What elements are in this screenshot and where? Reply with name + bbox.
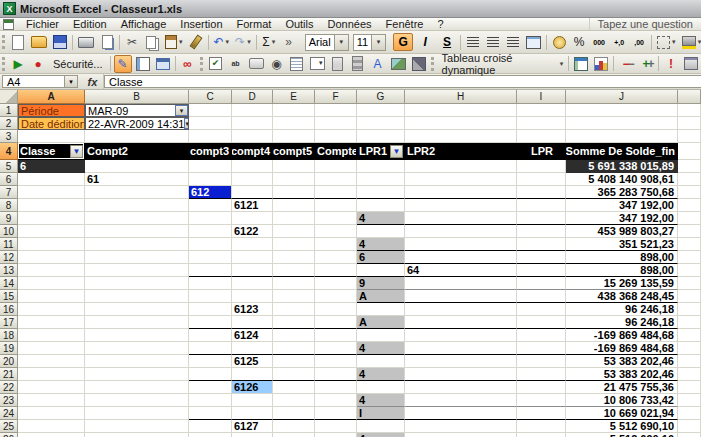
- question-box[interactable]: Tapez une question: [589, 18, 701, 30]
- cell-D26[interactable]: [232, 433, 273, 437]
- cell-G4[interactable]: LPR1▼: [357, 143, 405, 160]
- cell-D13[interactable]: [232, 264, 273, 277]
- cell-H14[interactable]: [405, 277, 517, 290]
- col-header-B[interactable]: B: [85, 90, 189, 104]
- cell-D3[interactable]: [232, 130, 273, 143]
- cell-K18[interactable]: [678, 329, 701, 342]
- cell-J13[interactable]: 898,00: [566, 264, 678, 277]
- cut-icon[interactable]: ✂: [123, 33, 141, 51]
- cell-C17[interactable]: [189, 316, 232, 329]
- cell-F22[interactable]: [315, 381, 357, 394]
- cell-H24[interactable]: [405, 407, 517, 420]
- cell-E14[interactable]: [273, 277, 315, 290]
- cell-H19[interactable]: [405, 342, 517, 355]
- cell-H17[interactable]: [405, 316, 517, 329]
- view-code-icon[interactable]: [154, 55, 172, 73]
- cell-I21[interactable]: [517, 368, 566, 381]
- align-right-icon[interactable]: [504, 33, 522, 51]
- col-header-E[interactable]: E: [273, 90, 315, 104]
- row-header-8[interactable]: 8: [0, 199, 18, 212]
- cell-E3[interactable]: [273, 130, 315, 143]
- cell-E8[interactable]: [273, 199, 315, 212]
- cell-C22[interactable]: [189, 381, 232, 394]
- cell-F18[interactable]: [315, 329, 357, 342]
- insert-function-button[interactable]: fx: [82, 74, 104, 89]
- cell-E26[interactable]: [273, 433, 315, 437]
- cell-A16[interactable]: [18, 303, 85, 316]
- cell-A17[interactable]: [18, 316, 85, 329]
- commandbutton-control-icon[interactable]: [247, 55, 266, 73]
- font-name-combo[interactable]: Arial ▾: [305, 34, 349, 51]
- fill-color-icon[interactable]: ▾: [680, 33, 701, 51]
- cell-H21[interactable]: [405, 368, 517, 381]
- cell-D16[interactable]: 6123: [232, 303, 273, 316]
- cell-H16[interactable]: [405, 303, 517, 316]
- decrease-decimal-icon[interactable]: ,00: [630, 33, 648, 51]
- show-detail-icon[interactable]: [637, 55, 655, 73]
- row-header-11[interactable]: 11: [0, 238, 18, 251]
- cell-E21[interactable]: [273, 368, 315, 381]
- cell-F7[interactable]: [315, 186, 357, 199]
- cell-A5[interactable]: 6: [18, 160, 85, 173]
- cell-J20[interactable]: 53 383 202,46: [566, 355, 678, 368]
- cell-D23[interactable]: [232, 394, 273, 407]
- properties-icon[interactable]: [134, 55, 152, 73]
- cell-E9[interactable]: [273, 212, 315, 225]
- cell-A21[interactable]: [18, 368, 85, 381]
- cell-E18[interactable]: [273, 329, 315, 342]
- toolbar-grip[interactable]: [2, 57, 5, 71]
- cell-I8[interactable]: [517, 199, 566, 212]
- cell-B11[interactable]: [85, 238, 189, 251]
- cell-D17[interactable]: [232, 316, 273, 329]
- cell-E11[interactable]: [273, 238, 315, 251]
- cell-E15[interactable]: [273, 290, 315, 303]
- cell-H7[interactable]: [405, 186, 517, 199]
- cell-E5[interactable]: [273, 160, 315, 173]
- cell-J4[interactable]: Somme De Solde_fin: [566, 143, 678, 160]
- cell-A6[interactable]: [18, 173, 85, 186]
- cell-C11[interactable]: [189, 238, 232, 251]
- cell-K13[interactable]: [678, 264, 701, 277]
- chevron-down-icon[interactable]: ▾: [334, 35, 348, 50]
- cell-D25[interactable]: 6127: [232, 420, 273, 433]
- spinbutton-control-icon[interactable]: [329, 55, 347, 73]
- cell-D11[interactable]: [232, 238, 273, 251]
- cell-K14[interactable]: [678, 277, 701, 290]
- cell-A18[interactable]: [18, 329, 85, 342]
- cell-J25[interactable]: 5 512 690,10: [566, 420, 678, 433]
- cell-K7[interactable]: [678, 186, 701, 199]
- cell-C5[interactable]: [189, 160, 232, 173]
- cell-C10[interactable]: [189, 225, 232, 238]
- cell-F8[interactable]: [315, 199, 357, 212]
- row-header-22[interactable]: 22: [0, 381, 18, 394]
- cell-D21[interactable]: [232, 368, 273, 381]
- cell-D20[interactable]: 6125: [232, 355, 273, 368]
- cell-B22[interactable]: [85, 381, 189, 394]
- cell-J21[interactable]: 53 383 202,46: [566, 368, 678, 381]
- cell-B18[interactable]: [85, 329, 189, 342]
- cell-B21[interactable]: [85, 368, 189, 381]
- undo-icon[interactable]: ↶▾: [212, 33, 232, 51]
- pivot-menu-button[interactable]: Tableau croisé dynamique▾: [438, 55, 566, 73]
- cell-K3[interactable]: [678, 130, 701, 143]
- toolbar-grip[interactable]: [200, 57, 203, 71]
- cell-E10[interactable]: [273, 225, 315, 238]
- cell-D9[interactable]: [232, 212, 273, 225]
- cell-J23[interactable]: 10 806 733,42: [566, 394, 678, 407]
- cell-E20[interactable]: [273, 355, 315, 368]
- cell-I20[interactable]: [517, 355, 566, 368]
- cell-J12[interactable]: 898,00: [566, 251, 678, 264]
- cell-J9[interactable]: 347 192,00: [566, 212, 678, 225]
- cell-K22[interactable]: [678, 381, 701, 394]
- col-header-J[interactable]: J: [566, 90, 678, 104]
- cell-A15[interactable]: [18, 290, 85, 303]
- cell-E22[interactable]: [273, 381, 315, 394]
- increase-decimal-icon[interactable]: +,0: [610, 33, 628, 51]
- format-report-icon[interactable]: [572, 55, 590, 73]
- font-size-combo[interactable]: 11 ▾: [353, 34, 386, 51]
- cell-J6[interactable]: 5 408 140 908,61: [566, 173, 678, 186]
- checkbox-control-icon[interactable]: [207, 55, 225, 73]
- cell-J17[interactable]: 96 246,18: [566, 316, 678, 329]
- cell-J16[interactable]: 96 246,18: [566, 303, 678, 316]
- row-header-23[interactable]: 23: [0, 394, 18, 407]
